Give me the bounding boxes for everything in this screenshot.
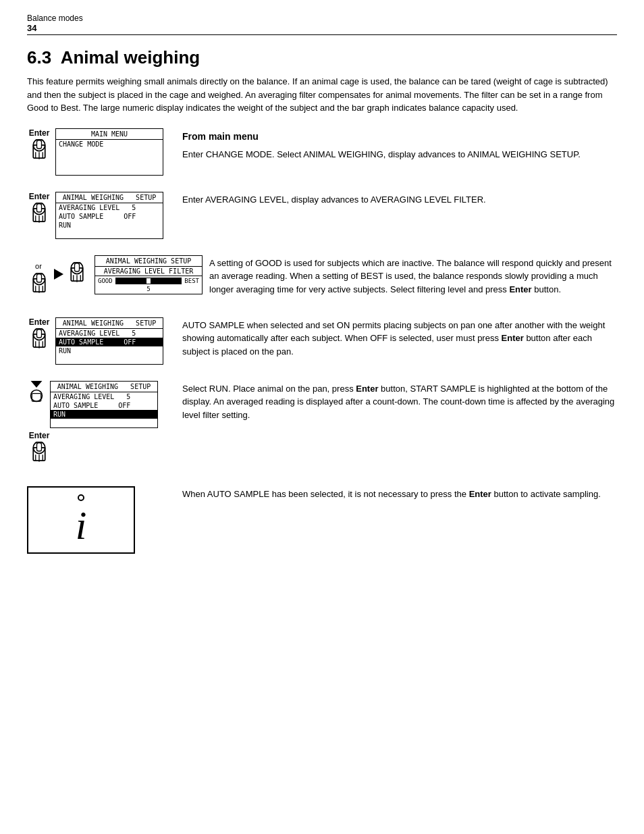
step-2-row-3: RUN — [56, 221, 163, 230]
step-4-desc-text: AUTO SAMPLE when selected and set ON per… — [182, 320, 605, 357]
step-5-screen: ANIMAL WEIGHING SETUP AVERAGING LEVEL 5 … — [50, 381, 158, 428]
svg-marker-18 — [54, 269, 63, 280]
step-5-bottom: Enter — [27, 431, 55, 470]
step-5-left: ANIMAL WEIGHING SETUP AVERAGING LEVEL 5 … — [27, 381, 176, 470]
step-2-row-4 — [56, 230, 163, 238]
info-note-content: When AUTO SAMPLE has been selected, it i… — [182, 489, 601, 499]
step-2-row-1: AVERAGING LEVEL 5 — [56, 203, 163, 212]
slider-best-label: BEST — [184, 278, 199, 284]
step-4-row: Enter ANIMAL WEIGHING SETUP AVERAGING LE… — [27, 317, 617, 365]
svg-rect-17 — [37, 273, 42, 282]
header-section: Balance modes 34 — [27, 14, 617, 35]
section-number: 6.3 — [27, 47, 51, 68]
slider-track — [115, 278, 182, 284]
down-arrow-wrap — [27, 381, 46, 402]
step-1-screen-header: MAIN MENU — [56, 129, 163, 140]
info-note-text: When AUTO SAMPLE has been selected, it i… — [182, 486, 617, 501]
from-menu-title: From main menu — [182, 130, 617, 144]
or-label: or — [35, 262, 42, 270]
step-3-subheader: AVERAGING LEVEL FILTER — [95, 267, 202, 276]
step-2-screen: ANIMAL WEIGHING SETUP AVERAGING LEVEL 5 … — [55, 192, 163, 239]
step-1-screen: MAIN MENU CHANGE MODE — [55, 128, 163, 176]
step-2-desc: Enter AVERAGING LEVEL, display advances … — [182, 192, 617, 207]
step-1-enter-label: Enter — [29, 128, 50, 138]
step-5-top: ANIMAL WEIGHING SETUP AVERAGING LEVEL 5 … — [27, 381, 158, 428]
page-number: 34 — [27, 23, 617, 33]
info-i-dot — [78, 494, 84, 501]
step-5-row-2: AUTO SAMPLE OFF — [51, 401, 157, 410]
step-3-screen: ANIMAL WEIGHING SETUP AVERAGING LEVEL FI… — [95, 255, 203, 294]
enter-hand-icon-2 — [27, 203, 51, 231]
enter-hand-icon-5 — [27, 442, 51, 470]
step-4-enter-wrap: Enter — [27, 317, 51, 357]
step-3-row: or — [27, 255, 617, 301]
step-4-row-2: AUTO SAMPLE OFF — [56, 338, 163, 346]
arrow-right-icon — [54, 269, 63, 282]
svg-rect-39 — [37, 442, 42, 450]
step-1-left: Enter MAIN MENU CHANGE MODE — [27, 128, 176, 176]
step-4-row-4 — [56, 355, 163, 364]
second-hand-icon — [65, 262, 89, 290]
header-label: Balance modes — [27, 14, 617, 23]
info-i-wrap: i — [76, 494, 87, 546]
step-2-enter-wrap: Enter — [27, 192, 51, 231]
step-4-screen-header: ANIMAL WEIGHING SETUP — [56, 318, 163, 329]
info-i-letter: i — [76, 505, 87, 546]
step-1-enter-wrap: Enter — [27, 128, 51, 167]
down-arrow-hand-icon — [27, 381, 46, 402]
svg-point-32 — [31, 390, 43, 401]
svg-rect-11 — [37, 203, 42, 211]
step-3-screen-header: ANIMAL WEIGHING SETUP — [95, 256, 202, 267]
slider-value: 5 — [95, 286, 202, 294]
enter-hand-icon-1 — [27, 139, 51, 167]
step-2-row-2: AUTO SAMPLE OFF — [56, 212, 163, 221]
step-5-desc-text: Select RUN. Place animal on the pan, pre… — [182, 384, 614, 420]
svg-rect-5 — [37, 140, 42, 148]
step-5-enter-wrap: Enter — [27, 431, 51, 470]
step-5-enter-label: Enter — [29, 431, 50, 440]
step-2-row: Enter ANIMAL WEIGHING SETUP AVERAGING LE… — [27, 192, 617, 239]
or-hand-icon — [27, 273, 51, 301]
svg-marker-31 — [31, 381, 43, 388]
slider-good-label: GOOD — [98, 278, 113, 284]
step-4-desc: AUTO SAMPLE when selected and set ON per… — [182, 317, 617, 359]
step-1-desc: From main menu Enter CHANGE MODE. Select… — [182, 128, 617, 161]
step-3-left: or — [27, 255, 203, 301]
step-5-screen-header: ANIMAL WEIGHING SETUP — [51, 382, 157, 392]
step-1-screen-row-4 — [56, 166, 163, 175]
intro-text: This feature permits weighing small anim… — [27, 75, 617, 115]
step-2-screen-header: ANIMAL WEIGHING SETUP — [56, 192, 163, 203]
step-4-enter-label: Enter — [29, 317, 50, 327]
step-1-screen-row-1: CHANGE MODE — [56, 140, 163, 149]
step-4-row-3: RUN — [56, 346, 163, 355]
step-1-screen-row-3 — [56, 157, 163, 166]
step-5-row-1: AVERAGING LEVEL 5 — [51, 392, 157, 401]
step-1-screen-row-2 — [56, 149, 163, 157]
step-5-row: ANIMAL WEIGHING SETUP AVERAGING LEVEL 5 … — [27, 381, 617, 470]
info-left: i — [27, 486, 176, 554]
info-box: i — [27, 486, 135, 554]
svg-rect-30 — [37, 329, 42, 337]
section-heading: Animal weighing — [61, 47, 200, 68]
step-5-desc: Select RUN. Place animal on the pan, pre… — [182, 381, 617, 422]
step-2-left: Enter ANIMAL WEIGHING SETUP AVERAGING LE… — [27, 192, 176, 239]
step-3-desc-text: A setting of GOOD is used for subjects w… — [209, 258, 612, 294]
svg-rect-24 — [75, 263, 80, 271]
step-2-enter-label: Enter — [29, 192, 50, 201]
step-4-left: Enter ANIMAL WEIGHING SETUP AVERAGING LE… — [27, 317, 176, 365]
step-5-row-4 — [51, 419, 157, 427]
step-5-row-3: RUN — [51, 410, 157, 419]
step-4-row-1: AVERAGING LEVEL 5 — [56, 329, 163, 338]
slider-container: GOOD BEST — [95, 276, 202, 286]
info-row: i When AUTO SAMPLE has been selected, it… — [27, 486, 617, 554]
enter-hand-icon-4 — [27, 328, 51, 357]
step-1-desc-text: Enter CHANGE MODE. Select ANIMAL WEIGHIN… — [182, 149, 581, 159]
step-4-screen: ANIMAL WEIGHING SETUP AVERAGING LEVEL 5 … — [55, 317, 163, 365]
step-1-row: Enter MAIN MENU CHANGE MODE From main me… — [27, 128, 617, 176]
section-title: 6.3 Animal weighing — [27, 47, 617, 68]
step-2-desc-text: Enter AVERAGING LEVEL, display advances … — [182, 194, 486, 205]
step-3-desc: A setting of GOOD is used for subjects w… — [209, 255, 617, 296]
slider-marker — [146, 278, 151, 284]
